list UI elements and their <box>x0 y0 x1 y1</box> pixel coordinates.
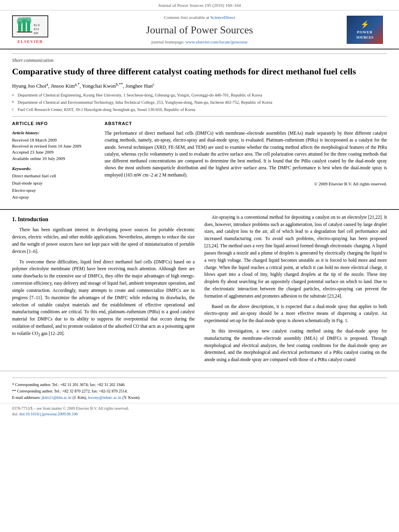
journal-ref-text: Journal of Power Sources 195 (2010) 160–… <box>158 3 241 8</box>
received-date: Received 18 March 2009 <box>12 137 97 143</box>
copyright-text: © 2009 Elsevier B.V. All rights reserved… <box>105 181 387 187</box>
keyword-4: Air-spray <box>12 194 97 201</box>
keywords-label: Keywords: <box>12 166 97 172</box>
lightning-icon: ⚡ <box>360 20 369 30</box>
journal-homepage: journal homepage: www.elsevier.com/locat… <box>52 39 347 45</box>
affil-b: b,** <box>116 82 123 86</box>
email-link-2[interactable]: kwony@inhatc.ac.kr <box>88 395 121 400</box>
body-left-column: 1. Introduction There has been significa… <box>12 214 195 367</box>
keyword-3: Electro-spray <box>12 187 97 194</box>
affil-sup-b: b <box>12 99 17 105</box>
article-info-abstract-section: ARTICLE INFO Article history: Received 1… <box>12 116 387 205</box>
history-label: Article history: <box>12 130 97 136</box>
svg-point-5 <box>26 17 31 25</box>
svg-text:EVI: EVI <box>34 27 39 31</box>
footnote-area: * Corresponding author. Tel.: +82 31 201… <box>0 371 399 401</box>
revised-date: Received in revised form 10 June 2009 <box>12 143 97 149</box>
doi-link[interactable]: doi:10.1016/j.jpowsour.2009.06.106 <box>19 412 78 416</box>
affil-sup-a: a <box>12 92 17 98</box>
email-link-1[interactable]: jkim21@khu.ac.kr <box>41 395 72 400</box>
affiliations: a Department of Chemical Engineering, Ky… <box>12 92 387 113</box>
affil-sup-c: c <box>12 107 17 112</box>
doi-line: doi: doi:10.1016/j.jpowsour.2009.06.106 <box>12 411 387 417</box>
svg-rect-6 <box>17 31 32 33</box>
doi-label: doi: <box>12 412 19 416</box>
issn-line: 0378-7753/$ – see front matter © 2009 El… <box>12 406 387 411</box>
intro-para2: To overcome these difficulties, liquid f… <box>12 259 195 338</box>
power-sources-logo-area: ⚡ POWER SOURCES <box>347 16 387 44</box>
right-para3: In this investigation, a new catalyst co… <box>204 328 387 364</box>
right-para2: Based on the above descriptions, it is e… <box>204 303 387 325</box>
email-label: E-mail addresses: <box>12 395 41 400</box>
affil-a2: a,* <box>75 82 80 86</box>
affil-text-c: Fuel Cell Research Center, KIST, 39-1 Ha… <box>18 107 195 113</box>
footnote-star-1: * Corresponding author. Tel.: +82 31 201… <box>12 382 125 387</box>
abstract-text: The performance of direct methanol fuel … <box>105 130 387 179</box>
right-para1: Air-spraying is a conventional method fo… <box>204 214 387 300</box>
intro-para1: There has been significant interest in d… <box>12 226 195 255</box>
body-right-column: Air-spraying is a conventional method fo… <box>204 214 387 367</box>
affil-c: c <box>153 82 154 86</box>
footnote-3: E-mail addresses: jkim21@khu.ac.kr (J. K… <box>12 395 387 401</box>
keywords-list: Direct methanol fuel cell Dual-mode spra… <box>12 173 97 201</box>
email-author-2: (Y. Kwon). <box>123 395 141 400</box>
keyword-1: Direct methanol fuel cell <box>12 173 97 180</box>
footnote-1: * Corresponding author. Tel.: +82 31 201… <box>12 382 387 388</box>
journal-reference-bar: Journal of Power Sources 195 (2010) 160–… <box>0 0 399 10</box>
accepted-date: Accepted 23 June 2009 <box>12 149 97 155</box>
elsevier-tree-image: ELS EVI ER <box>12 15 48 37</box>
contents-line: Contents lists available at ScienceDirec… <box>52 14 347 21</box>
affil-line-a: a Department of Chemical Engineering, Ky… <box>12 92 387 99</box>
article-type: Short communication <box>12 53 387 64</box>
article-title: Comparative study of three different cat… <box>12 66 387 78</box>
footnote-star-2: ** Corresponding author. Tel.: +82 32 87… <box>12 389 128 393</box>
available-date: Available online 10 July 2009 <box>12 156 97 162</box>
abstract-heading: ABSTRACT <box>105 121 387 127</box>
article-history-section: Article history: Received 18 March 2009 … <box>12 130 97 162</box>
affil-line-c: c Fuel Cell Research Center, KIST, 39-1 … <box>12 107 387 113</box>
keyword-2: Dual-mode spray <box>12 180 97 187</box>
power-sources-logo: ⚡ POWER SOURCES <box>347 16 383 44</box>
elsevier-logo: ELS EVI ER ELSEVIER <box>8 15 52 45</box>
journal-title-area: Contents lists available at ScienceDirec… <box>52 14 347 45</box>
affil-a: a <box>46 82 48 86</box>
body-two-col: 1. Introduction There has been significa… <box>12 214 387 367</box>
footnote-divider <box>12 378 387 378</box>
journal-header: ELS EVI ER ELSEVIER Contents lists avail… <box>0 10 399 49</box>
journal-title: Journal of Power Sources <box>52 23 347 37</box>
intro-heading: 1. Introduction <box>12 216 195 224</box>
authors-line: Hyung Joo Choia, Jinsoo Kima,*, Yongchai… <box>12 82 387 90</box>
affil-text-a: Department of Chemical Engineering, Kyun… <box>18 92 262 99</box>
affil-text-b: Department of Chemical and Environmental… <box>18 99 272 106</box>
article-info-heading: ARTICLE INFO <box>12 121 97 127</box>
svg-text:ER: ER <box>34 31 38 35</box>
keywords-section: Keywords: Direct methanol fuel cell Dual… <box>12 166 97 201</box>
elsevier-logo-area: ELS EVI ER ELSEVIER <box>8 15 52 45</box>
abstract-column: ABSTRACT The performance of direct metha… <box>105 121 387 205</box>
bottom-info: 0378-7753/$ – see front matter © 2009 El… <box>0 403 399 417</box>
email-author-1: (J. Kim), <box>73 395 88 400</box>
content-area: Short communication Comparative study of… <box>0 49 399 209</box>
page-container: Journal of Power Sources 195 (2010) 160–… <box>0 0 399 532</box>
homepage-url[interactable]: www.elsevier.com/locate/jpowsour <box>185 39 247 44</box>
article-info-column: ARTICLE INFO Article history: Received 1… <box>12 121 97 205</box>
main-body: 1. Introduction There has been significa… <box>0 209 399 371</box>
elsevier-wordmark: ELSEVIER <box>17 39 43 45</box>
footnote-2: ** Corresponding author. Tel.: +82 32 87… <box>12 388 387 394</box>
affil-line-b: b Department of Chemical and Environment… <box>12 99 387 106</box>
svg-text:ELS: ELS <box>34 23 40 27</box>
sciencedirect-link[interactable]: ScienceDirect <box>210 15 235 20</box>
